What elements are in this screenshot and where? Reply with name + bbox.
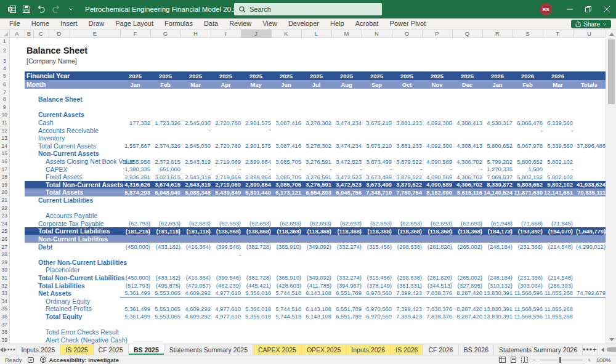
cell-H35[interactable]: 4,609,292 [180, 305, 211, 313]
cell-P15[interactable] [422, 150, 452, 158]
cell-M26[interactable] [331, 235, 362, 243]
cell-L10[interactable] [301, 111, 331, 119]
cell-K4[interactable] [271, 65, 301, 71]
cell-G33[interactable]: 5,553,065 [150, 289, 180, 297]
cell-R35[interactable]: 13,830,391 [482, 305, 513, 313]
cell-P9[interactable] [422, 103, 452, 111]
cell-A30[interactable] [9, 266, 25, 274]
cell-N14[interactable]: 3,675,210 [362, 142, 392, 150]
cell-S20[interactable]: 11,871,630 [513, 188, 543, 196]
row-header-28[interactable]: 28 [0, 251, 9, 259]
cell-A35[interactable] [9, 305, 25, 313]
cell-U15[interactable] [573, 150, 606, 158]
cell-B13[interactable]: Inventory [25, 134, 120, 142]
cell-B1[interactable] [25, 38, 120, 44]
cell-J21[interactable] [241, 196, 271, 204]
cell-F4[interactable] [120, 65, 150, 71]
cell-I25[interactable]: (138,868) [211, 227, 241, 235]
cell-H24[interactable]: (62,693) [180, 220, 211, 228]
cell-P22[interactable] [422, 204, 452, 212]
cell-B30[interactable]: Placeholder [25, 266, 120, 274]
cell-B32[interactable]: Total Liabilities [25, 281, 120, 289]
cell-H21[interactable] [180, 196, 211, 204]
cell-O19[interactable]: 3,879,522 [392, 181, 422, 189]
cell-Q26[interactable] [452, 235, 482, 243]
cell-N38[interactable] [362, 328, 392, 336]
worksheet-grid[interactable]: ABCDEFGHIJKLMNOPQRSTU12Balance Sheet3[Co… [0, 30, 606, 344]
ribbon-tab-file[interactable]: File [4, 18, 26, 29]
cell-T18[interactable]: 5,802,102 [543, 173, 573, 181]
cell-U33[interactable]: 74,792,679 [573, 289, 606, 297]
cell-I36[interactable]: 4,977,610 [211, 313, 241, 321]
cell-O24[interactable]: (62,693) [392, 220, 422, 228]
cell-R21[interactable] [482, 196, 513, 204]
minimize-button[interactable] [561, 0, 579, 18]
cell-T35[interactable]: 11,855,268 [543, 305, 573, 313]
cell-H23[interactable] [180, 212, 211, 220]
cell-I20[interactable]: 5,439,849 [211, 188, 241, 196]
cell-G17[interactable]: 651,000 [150, 165, 180, 173]
sheet-tab-inputs-2025[interactable]: Inputs 2025 [17, 344, 61, 355]
save-icon[interactable] [20, 1, 33, 17]
cell-F10[interactable] [120, 111, 150, 119]
cell-T25[interactable]: (194,070) [543, 227, 573, 235]
column-header-G[interactable]: G [150, 30, 180, 38]
cell-A12[interactable] [9, 126, 25, 134]
cell-R33[interactable]: 13,830,391 [482, 289, 513, 297]
cell-M12[interactable] [331, 126, 362, 134]
cell-N10[interactable] [362, 111, 392, 119]
cell-R36[interactable]: 13,830,391 [482, 313, 513, 321]
cell-B21[interactable]: Current Liabilities [25, 196, 120, 204]
cell-M28[interactable] [331, 251, 362, 259]
cell-L28[interactable] [301, 251, 331, 259]
cell-B6[interactable]: Month [25, 80, 120, 89]
cell-Q29[interactable] [452, 258, 482, 266]
cell-T27[interactable]: (214,548) [543, 243, 573, 251]
cell-R5[interactable]: 2026 [482, 71, 513, 80]
avatar[interactable]: RS [540, 3, 552, 15]
cell-N21[interactable] [362, 196, 392, 204]
sheet-tab-capex-2025[interactable]: CAPEX 2025 [253, 344, 302, 355]
ribbon-tab-power-pivot[interactable]: Power Pivot [384, 18, 432, 29]
column-header-C[interactable]: C [33, 30, 49, 38]
cell-R38[interactable] [482, 328, 513, 336]
cell-R8[interactable] [482, 95, 513, 103]
row-header-11[interactable]: 11 [0, 119, 9, 127]
cell-N20[interactable]: 7,348,710 [362, 188, 392, 196]
cell-H20[interactable]: 5,088,348 [180, 188, 211, 196]
cell-T36[interactable]: 11,855,268 [543, 313, 573, 321]
cell-T22[interactable] [543, 204, 573, 212]
cell-O3[interactable] [392, 57, 422, 65]
cell-A1[interactable] [9, 38, 25, 44]
cell-U9[interactable] [573, 103, 606, 111]
row-header-10[interactable]: 10 [0, 111, 9, 119]
cell-S14[interactable]: 6,067,978 [513, 142, 543, 150]
cell-A36[interactable] [9, 313, 25, 321]
cell-L35[interactable]: 6,143,108 [301, 305, 331, 313]
cell-U32[interactable] [573, 281, 606, 289]
cell-L8[interactable] [301, 95, 331, 103]
cell-N3[interactable] [362, 57, 392, 65]
cell-M35[interactable]: 6,551,789 [331, 305, 362, 313]
column-header-D[interactable]: D [49, 30, 70, 38]
cell-G23[interactable] [150, 212, 180, 220]
cell-F3[interactable] [120, 57, 150, 65]
cell-T10[interactable] [543, 111, 573, 119]
cell-H39[interactable] [180, 336, 211, 344]
cell-O35[interactable]: 7,399,423 [392, 305, 422, 313]
cell-S7[interactable] [513, 89, 543, 95]
cell-M25[interactable]: (118,368) [331, 227, 362, 235]
cell-T4[interactable] [543, 65, 573, 71]
cell-H1[interactable] [180, 38, 211, 44]
cell-I12[interactable] [211, 126, 241, 134]
cell-G36[interactable]: 5,553,065 [150, 313, 180, 321]
cell-J34[interactable] [241, 297, 271, 305]
cell-U17[interactable] [573, 165, 606, 173]
cell-T33[interactable]: 11,855,268 [543, 289, 573, 297]
cell-O11[interactable]: 3,881,233 [392, 119, 422, 127]
cell-G39[interactable] [150, 336, 180, 344]
cell-T24[interactable]: (71,845) [543, 220, 573, 228]
cell-T13[interactable] [543, 134, 573, 142]
cell-L39[interactable] [301, 336, 331, 344]
cell-S19[interactable]: 5,803,652 [513, 181, 543, 189]
